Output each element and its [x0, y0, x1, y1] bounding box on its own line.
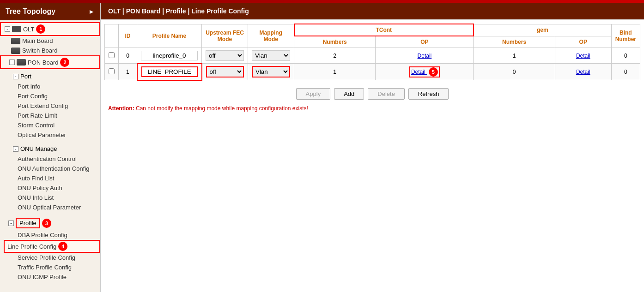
- olt-badge: 1: [36, 24, 45, 34]
- port-toggle[interactable]: -: [13, 74, 18, 79]
- line-profile-badge: 4: [58, 242, 67, 251]
- switch-board-label: Switch Board: [22, 47, 58, 54]
- pon-board-label: PON Board: [28, 59, 58, 66]
- nav-traffic-profile[interactable]: Traffic Profile Config: [0, 262, 100, 272]
- row0-mapping-select[interactable]: Vlan Gem-port GemFlow: [252, 50, 290, 61]
- tree-node-olt[interactable]: - OLT 1: [0, 22, 100, 36]
- olt-icon: [12, 26, 21, 32]
- port-section-header[interactable]: - Port: [0, 71, 100, 82]
- attention-message: Can not modify the mapping mode while ma…: [136, 105, 308, 112]
- main-board-label: Main Board: [22, 37, 53, 44]
- onu-manage-header[interactable]: - ONU Manage: [0, 143, 100, 154]
- row1-checkbox-cell: [105, 64, 119, 80]
- nav-onu-auth-config[interactable]: ONU Authentication Config: [0, 164, 100, 173]
- row0-mapping-cell: Vlan Gem-port GemFlow: [248, 48, 294, 64]
- collapse-arrow-icon[interactable]: ►: [88, 8, 95, 15]
- row0-checkbox-cell: [105, 48, 119, 64]
- nav-auto-find-list[interactable]: Auto Find List: [0, 173, 100, 183]
- refresh-button[interactable]: Refresh: [408, 88, 449, 100]
- detail-badge-5: 5: [429, 67, 438, 77]
- pon-toggle[interactable]: -: [9, 60, 15, 65]
- switch-board-icon: [11, 48, 20, 54]
- sidebar: Tree Topology ► - OLT 1 Main Board Switc…: [0, 3, 101, 292]
- row0-fec-cell: off on: [202, 48, 248, 64]
- row0-profile-name-input[interactable]: [141, 51, 198, 60]
- olt-toggle[interactable]: -: [5, 26, 10, 32]
- th-gem-op: OP: [555, 36, 611, 48]
- th-tcont-numbers: Numbers: [294, 36, 376, 48]
- sidebar-tree: - OLT 1 Main Board Switch Board - PON Bo…: [0, 20, 100, 292]
- nav-port-config[interactable]: Port Config: [0, 91, 100, 101]
- th-tcont-op: OP: [376, 36, 474, 48]
- nav-port-rate-limit[interactable]: Port Rate Limit: [0, 111, 100, 120]
- th-gem-group: gem: [474, 24, 611, 36]
- row1-fec-cell: off on: [202, 64, 248, 80]
- row0-fec-select[interactable]: off on: [206, 50, 244, 61]
- th-profile-name: Profile Name: [137, 24, 202, 48]
- th-gem-numbers: Numbers: [474, 36, 555, 48]
- row1-profile-name-input[interactable]: [141, 66, 198, 77]
- nav-line-profile[interactable]: Line Profile Config 4: [4, 240, 100, 253]
- breadcrumb: OLT | PON Board | Profile | Line Profile…: [101, 3, 644, 19]
- row0-gem-op-cell: Detail: [555, 48, 611, 64]
- onu-manage-toggle[interactable]: -: [13, 146, 18, 152]
- nav-service-profile[interactable]: Service Profile Config: [0, 253, 100, 262]
- table-row: 1 off on: [105, 64, 640, 80]
- row1-bind-number: 0: [611, 64, 640, 80]
- row1-mapping-select[interactable]: Vlan Gem-port GemFlow: [252, 66, 290, 77]
- row0-id: 0: [119, 48, 137, 64]
- nav-port-info[interactable]: Port Info: [0, 82, 100, 91]
- port-section: - Port Port Info Port Config Port Extend…: [0, 69, 100, 142]
- main-content: OLT | PON Board | Profile | Line Profile…: [101, 3, 644, 292]
- main-board-icon: [11, 38, 20, 44]
- tree-node-main-board[interactable]: Main Board: [0, 36, 100, 46]
- th-checkbox: [105, 24, 119, 48]
- nav-onu-igmp[interactable]: ONU IGMP Profile: [0, 272, 100, 282]
- row1-gem-op-cell: Detail: [555, 64, 611, 80]
- olt-label: OLT: [23, 26, 34, 33]
- row0-checkbox[interactable]: [109, 52, 115, 58]
- table-section: ID Profile Name Upstream FEC Mode Mappin…: [101, 20, 644, 84]
- tree-node-pon-board[interactable]: - PON Board 2: [0, 55, 100, 69]
- tree-node-switch-board[interactable]: Switch Board: [0, 46, 100, 55]
- row0-tcont-numbers: 2: [294, 48, 376, 64]
- row1-fec-select[interactable]: off on: [206, 66, 244, 77]
- profile-label[interactable]: Profile: [16, 218, 40, 228]
- profile-section-header[interactable]: - Profile 3: [0, 216, 100, 230]
- nav-auth-control[interactable]: Authentication Control: [0, 154, 100, 164]
- row1-profile-name-cell: [137, 64, 202, 80]
- row0-profile-name-cell: [137, 48, 202, 64]
- content-area: ID Profile Name Upstream FEC Mode Mappin…: [101, 20, 644, 292]
- row1-tcont-detail-link[interactable]: Detail 5: [409, 66, 440, 77]
- attention-bar: Attention: Can not modify the mapping mo…: [101, 103, 644, 117]
- th-mapping-mode: Mapping Mode: [248, 24, 294, 48]
- nav-storm-control[interactable]: Storm Control: [0, 120, 100, 130]
- row1-id: 1: [119, 64, 137, 80]
- row0-tcont-detail-link[interactable]: Detail: [418, 53, 432, 59]
- row1-gem-detail-link[interactable]: Detail: [576, 69, 590, 75]
- nav-onu-optical-param[interactable]: ONU Optical Parameter: [0, 203, 100, 212]
- pon-board-badge: 2: [60, 58, 69, 67]
- row1-tcont-numbers: 1: [294, 64, 376, 80]
- nav-onu-info-list[interactable]: ONU Info List: [0, 193, 100, 203]
- profile-badge: 3: [42, 219, 51, 228]
- th-upstream-fec: Upstream FEC Mode: [202, 24, 248, 48]
- delete-button[interactable]: Delete: [368, 88, 405, 100]
- profile-toggle[interactable]: -: [8, 220, 14, 226]
- th-bind-number: Bind Number: [611, 24, 640, 48]
- nav-optical-parameter[interactable]: Optical Parameter: [0, 130, 100, 140]
- row0-gem-detail-link[interactable]: Detail: [576, 53, 590, 59]
- th-id: ID: [119, 24, 137, 48]
- nav-onu-policy-auth[interactable]: ONU Policy Auth: [0, 183, 100, 193]
- apply-button[interactable]: Apply: [296, 88, 331, 100]
- th-tcont-group: TCont: [294, 24, 474, 36]
- row1-tcont-op-cell: Detail 5: [376, 64, 474, 80]
- row1-checkbox[interactable]: [109, 68, 115, 74]
- table-row: 0 off on: [105, 48, 640, 64]
- nav-port-extend-config[interactable]: Port Extend Config: [0, 101, 100, 111]
- row1-gem-numbers: 0: [474, 64, 555, 80]
- nav-dba-profile[interactable]: DBA Profile Config: [0, 230, 100, 240]
- line-profile-label: Line Profile Config: [7, 243, 56, 250]
- add-button[interactable]: Add: [334, 88, 364, 100]
- row0-bind-number: 0: [611, 48, 640, 64]
